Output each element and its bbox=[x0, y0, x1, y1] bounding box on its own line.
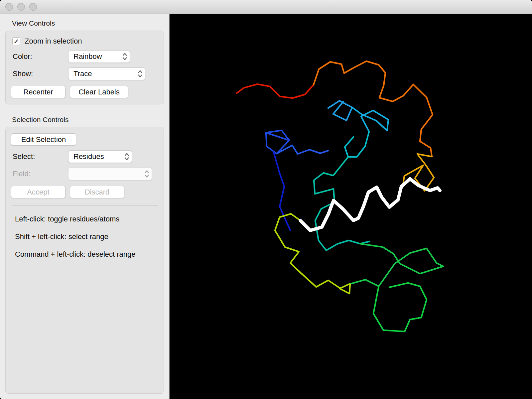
color-dropdown-value: Rainbow bbox=[73, 52, 102, 61]
help-line-left-click: Left-click: toggle residues/atoms bbox=[15, 215, 159, 223]
checkmark-icon: ✓ bbox=[14, 38, 19, 45]
app-window: View Controls ✓ Zoom in selection Color:… bbox=[0, 0, 532, 399]
close-button[interactable] bbox=[5, 3, 13, 11]
divider bbox=[12, 205, 158, 206]
trace-segment-blue-knot bbox=[266, 130, 289, 154]
trace-segment-green-bottom bbox=[373, 283, 427, 332]
select-dropdown[interactable]: Residues bbox=[68, 150, 132, 163]
color-row: Color: Rainbow bbox=[11, 50, 159, 63]
zoom-button[interactable] bbox=[29, 3, 37, 11]
show-dropdown[interactable]: Trace bbox=[68, 67, 145, 80]
chevron-up-down-icon bbox=[138, 69, 143, 78]
window-content: View Controls ✓ Zoom in selection Color:… bbox=[0, 14, 532, 399]
selection-controls-heading: Selection Controls bbox=[12, 116, 164, 124]
trace-segment-green-right bbox=[351, 244, 443, 286]
show-label: Show: bbox=[11, 69, 68, 78]
protein-trace bbox=[170, 14, 532, 399]
trace-segment-dark-blue bbox=[273, 151, 290, 230]
view-controls-heading: View Controls bbox=[12, 19, 164, 27]
titlebar bbox=[0, 0, 532, 14]
select-dropdown-value: Residues bbox=[73, 152, 104, 161]
trace-segment-blue-arm bbox=[277, 145, 328, 154]
chevron-up-down-icon bbox=[144, 170, 149, 178]
edit-selection-row: Edit Selection bbox=[11, 133, 159, 146]
zoom-in-selection-checkbox[interactable]: ✓ bbox=[12, 37, 20, 45]
clear-labels-button[interactable]: Clear Labels bbox=[70, 86, 128, 98]
accept-button: Accept bbox=[11, 186, 66, 198]
discard-button: Discard bbox=[70, 186, 124, 198]
chevron-up-down-icon bbox=[124, 152, 129, 161]
field-row: Field: bbox=[11, 168, 159, 180]
recenter-button[interactable]: Recenter bbox=[11, 86, 66, 98]
view-buttons-row: Recenter Clear Labels bbox=[11, 86, 159, 98]
zoom-in-selection-checkbox-row[interactable]: ✓ Zoom in selection bbox=[12, 37, 159, 46]
trace-segment-red bbox=[237, 84, 314, 98]
sidebar: View Controls ✓ Zoom in selection Color:… bbox=[0, 14, 170, 399]
edit-selection-button[interactable]: Edit Selection bbox=[11, 133, 76, 146]
trace-segment-sky-knot bbox=[328, 101, 352, 120]
zoom-in-selection-label: Zoom in selection bbox=[25, 37, 82, 46]
accept-discard-row: Accept Discard bbox=[11, 186, 159, 198]
molecule-viewport[interactable] bbox=[170, 14, 532, 399]
trace-segment-teal-upper bbox=[345, 132, 369, 157]
trace-segment-orange bbox=[314, 61, 433, 157]
help-line-shift-click: Shift + left-click: select range bbox=[15, 232, 159, 241]
field-dropdown bbox=[68, 168, 152, 180]
field-label: Field: bbox=[11, 170, 68, 178]
show-dropdown-value: Trace bbox=[73, 69, 92, 78]
trace-segment-chartreuse bbox=[275, 214, 350, 294]
color-label: Color: bbox=[11, 52, 68, 61]
trace-segment-teal-mid bbox=[314, 157, 369, 250]
selection-controls-group: Edit Selection Select: Residues bbox=[5, 127, 164, 394]
chevron-up-down-icon bbox=[122, 52, 127, 61]
select-label: Select: bbox=[11, 152, 68, 161]
trace-segment-sky-arm bbox=[352, 107, 388, 132]
view-controls-group: ✓ Zoom in selection Color: Rainbow bbox=[5, 31, 164, 104]
color-dropdown[interactable]: Rainbow bbox=[68, 50, 130, 63]
trace-segment-white-selected bbox=[300, 179, 440, 230]
minimize-button[interactable] bbox=[17, 3, 25, 11]
select-row: Select: Residues bbox=[11, 150, 159, 163]
show-row: Show: Trace bbox=[11, 67, 159, 80]
help-line-command-click: Command + left-click: deselect range bbox=[15, 250, 159, 259]
